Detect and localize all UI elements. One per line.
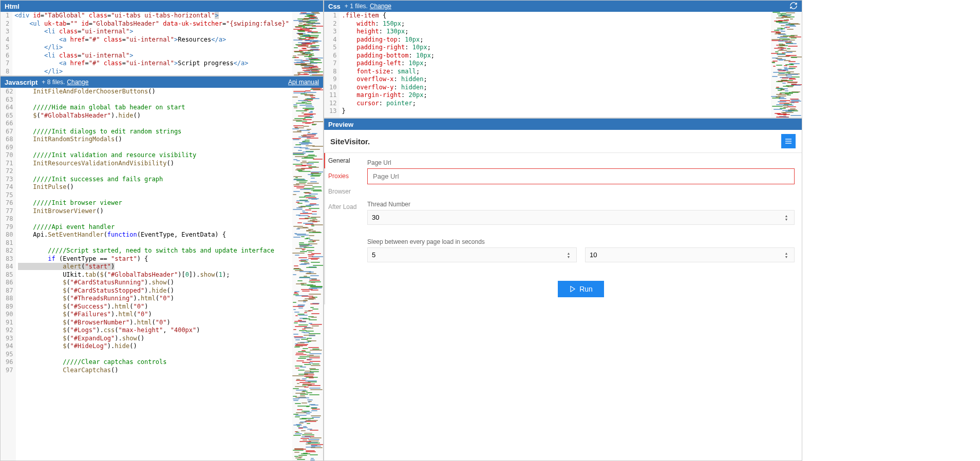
svg-marker-3 xyxy=(571,286,575,292)
js-editor[interactable]: 6263646566676869707172737475767778798081… xyxy=(1,88,323,460)
css-files-count: + 1 files. xyxy=(345,3,368,10)
css-editor[interactable]: 12345678910111213 .file-item { width: 15… xyxy=(324,12,802,118)
thread-spinner[interactable]: ▲▼ xyxy=(783,214,790,221)
thread-number-label: Thread Number xyxy=(367,201,795,208)
js-files-count: + 8 files. xyxy=(42,79,65,86)
html-code[interactable]: <div id="TabGlobal" class="ui-tabs ui-ta… xyxy=(12,12,292,75)
tab-general[interactable]: General xyxy=(325,153,360,168)
refresh-icon[interactable] xyxy=(789,2,798,11)
preview-panel-header: Preview xyxy=(324,119,802,130)
run-button-label: Run xyxy=(579,285,593,293)
html-panel-header: Html xyxy=(1,1,323,12)
css-panel-title: Css xyxy=(328,3,341,10)
menu-icon[interactable] xyxy=(781,134,796,148)
js-panel-title: Javascript xyxy=(5,79,37,86)
sleep-max-input[interactable] xyxy=(590,251,783,259)
sleep-max-field: ▲▼ xyxy=(585,247,795,262)
preview-panel: Preview SiteVisitor. General Proxies Bro… xyxy=(324,118,802,461)
run-button[interactable]: Run xyxy=(558,281,604,297)
css-panel: Css + 1 files. Change 12345678910111213 … xyxy=(324,0,802,118)
api-manual-link[interactable]: Api manual xyxy=(288,79,319,86)
preview-content: Page Url Thread Number ▲▼ Sleep between … xyxy=(360,153,802,304)
css-code[interactable]: .file-item { width: 150px; height: 130px… xyxy=(340,12,771,118)
css-change-link[interactable]: Change xyxy=(370,3,391,10)
js-minimap[interactable] xyxy=(292,88,323,460)
js-panel-header: Javascript + 8 files. Change Api manual xyxy=(1,76,323,88)
sleep-label: Sleep between every page load in seconds xyxy=(367,238,795,245)
site-title: SiteVisitor. xyxy=(330,137,370,146)
sleep-min-field: ▲▼ xyxy=(367,247,577,262)
css-minimap[interactable] xyxy=(771,12,802,118)
page-url-label: Page Url xyxy=(367,159,795,166)
html-editor[interactable]: 12345678 <div id="TabGlobal" class="ui-t… xyxy=(1,12,323,75)
thread-number-field: ▲▼ xyxy=(367,210,795,225)
css-gutter: 12345678910111213 xyxy=(324,12,340,118)
html-panel-title: Html xyxy=(5,3,20,10)
tab-after-load[interactable]: After Load xyxy=(325,199,360,215)
js-change-link[interactable]: Change xyxy=(67,79,88,86)
preview-tabs: General Proxies Browser After Load xyxy=(324,153,360,304)
thread-number-input[interactable] xyxy=(372,214,783,221)
js-panel: Javascript + 8 files. Change Api manual … xyxy=(0,76,324,461)
sleep-max-spinner[interactable]: ▲▼ xyxy=(783,252,790,259)
html-gutter: 12345678 xyxy=(1,12,12,75)
tab-browser[interactable]: Browser xyxy=(325,184,360,199)
js-gutter: 6263646566676869707172737475767778798081… xyxy=(1,88,16,460)
page-url-input[interactable] xyxy=(367,168,795,184)
tab-proxies[interactable]: Proxies xyxy=(325,168,360,184)
preview-body: SiteVisitor. General Proxies Browser Aft… xyxy=(324,130,802,460)
js-code[interactable]: InitFileAndFolderChooserButtons() /////H… xyxy=(16,88,292,460)
html-panel: Html 12345678 <div id="TabGlobal" class=… xyxy=(0,0,324,76)
css-panel-header: Css + 1 files. Change xyxy=(324,1,802,12)
sleep-min-spinner[interactable]: ▲▼ xyxy=(565,252,572,259)
html-minimap[interactable] xyxy=(292,12,323,75)
preview-panel-title: Preview xyxy=(328,121,353,128)
sleep-min-input[interactable] xyxy=(372,251,565,259)
play-icon xyxy=(569,285,576,293)
